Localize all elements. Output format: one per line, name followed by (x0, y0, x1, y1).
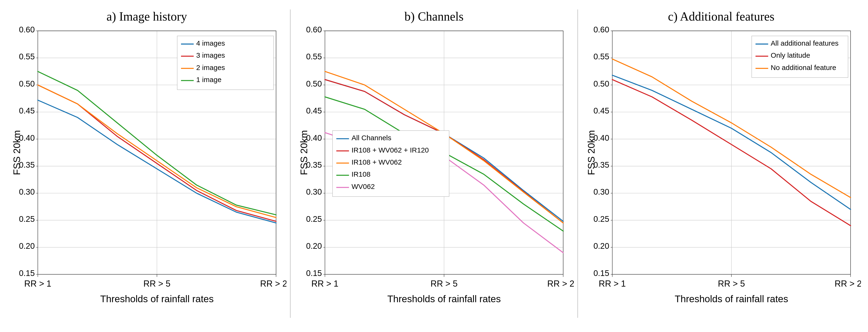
svg-text:0.25: 0.25 (593, 214, 609, 223)
svg-text:0.45: 0.45 (306, 106, 322, 115)
svg-text:RR > 20: RR > 20 (260, 279, 286, 289)
svg-text:0.30: 0.30 (19, 187, 35, 196)
svg-text:0.20: 0.20 (19, 241, 35, 250)
svg-text:RR > 5: RR > 5 (431, 279, 458, 289)
svg-text:All additional features: All additional features (771, 39, 838, 47)
svg-text:Thresholds of rainfall rates: Thresholds of rainfall rates (100, 294, 214, 304)
svg-text:0.55: 0.55 (19, 52, 35, 61)
svg-text:0.20: 0.20 (306, 241, 322, 250)
chart-svg-additional-features: 0.150.200.250.300.350.400.450.500.550.60… (582, 26, 861, 305)
svg-text:RR > 20: RR > 20 (547, 279, 574, 289)
svg-text:IR108 + WV062: IR108 + WV062 (352, 158, 402, 166)
svg-text:Thresholds of rainfall rates: Thresholds of rainfall rates (387, 294, 501, 304)
svg-text:IR108: IR108 (352, 170, 371, 178)
svg-text:0.55: 0.55 (306, 52, 322, 61)
svg-text:FSS 20km: FSS 20km (299, 130, 309, 175)
svg-text:FSS 20km: FSS 20km (586, 130, 596, 175)
svg-text:0.20: 0.20 (593, 241, 609, 250)
svg-text:0.50: 0.50 (306, 79, 322, 88)
svg-text:0.15: 0.15 (593, 269, 609, 278)
svg-text:RR > 1: RR > 1 (311, 279, 339, 289)
svg-text:Only latitude: Only latitude (771, 51, 810, 59)
svg-text:2 images: 2 images (196, 64, 225, 71)
svg-text:All Channels: All Channels (352, 134, 392, 142)
chart-title-image-history: a) Image history (106, 9, 187, 23)
chart-panel-channels: b) Channels0.150.200.250.300.350.400.450… (292, 9, 576, 318)
chart-svg-image-history: 0.150.200.250.300.350.400.450.500.550.60… (7, 26, 286, 305)
main-container: a) Image history0.150.200.250.300.350.40… (0, 0, 868, 332)
svg-text:0.50: 0.50 (593, 79, 609, 88)
chart-title-channels: b) Channels (405, 9, 464, 23)
chart-svg-channels: 0.150.200.250.300.350.400.450.500.550.60… (294, 26, 574, 305)
svg-text:0.60: 0.60 (593, 26, 609, 34)
svg-text:0.60: 0.60 (19, 26, 35, 34)
svg-text:0.30: 0.30 (306, 187, 322, 196)
svg-text:IR108 + WV062 + IR120: IR108 + WV062 + IR120 (352, 146, 429, 154)
svg-text:4 images: 4 images (196, 39, 225, 47)
svg-text:RR > 1: RR > 1 (24, 279, 52, 289)
svg-text:0.55: 0.55 (593, 52, 609, 61)
svg-text:RR > 1: RR > 1 (598, 279, 626, 289)
svg-text:3 images: 3 images (196, 51, 225, 59)
svg-text:WV062: WV062 (352, 183, 375, 190)
svg-text:0.15: 0.15 (19, 269, 35, 278)
svg-text:RR > 5: RR > 5 (718, 279, 745, 289)
svg-text:0.15: 0.15 (306, 269, 322, 278)
svg-text:0.30: 0.30 (593, 187, 609, 196)
svg-text:1 image: 1 image (196, 76, 221, 84)
svg-text:RR > 20: RR > 20 (835, 279, 861, 289)
svg-text:0.25: 0.25 (19, 214, 35, 223)
panel-divider-1 (577, 9, 578, 318)
svg-text:FSS 20km: FSS 20km (11, 130, 22, 175)
svg-text:0.25: 0.25 (306, 214, 322, 223)
svg-text:No additional feature: No additional feature (771, 64, 836, 71)
svg-text:0.45: 0.45 (19, 106, 35, 115)
svg-text:Thresholds of rainfall rates: Thresholds of rainfall rates (675, 294, 788, 304)
chart-panel-additional-features: c) Additional features0.150.200.250.300.… (579, 9, 863, 318)
svg-text:RR > 5: RR > 5 (144, 279, 170, 289)
svg-text:0.60: 0.60 (306, 26, 322, 34)
svg-text:0.50: 0.50 (19, 79, 35, 88)
svg-text:0.45: 0.45 (593, 106, 609, 115)
chart-panel-image-history: a) Image history0.150.200.250.300.350.40… (5, 9, 289, 318)
chart-title-additional-features: c) Additional features (668, 9, 775, 23)
panel-divider-0 (290, 9, 291, 318)
